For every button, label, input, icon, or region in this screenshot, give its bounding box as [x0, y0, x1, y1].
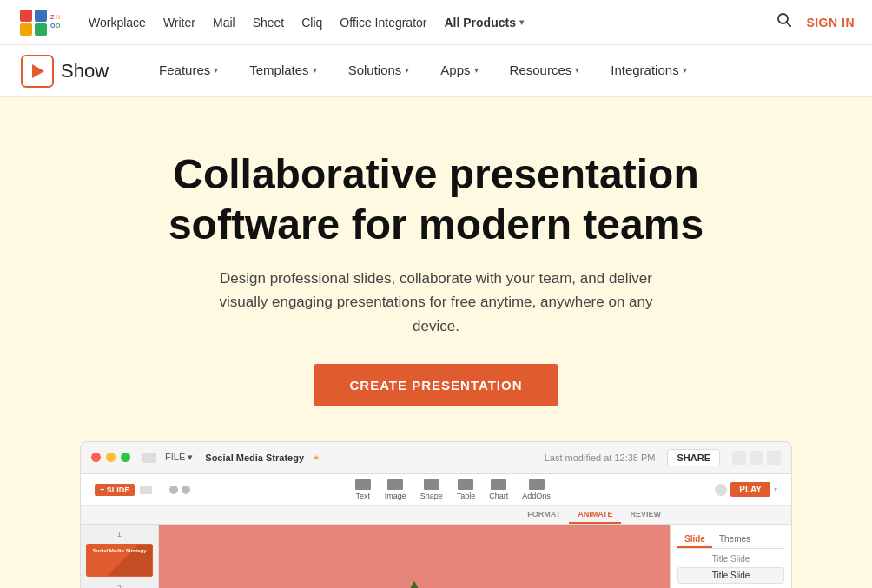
nav-mail[interactable]: Mail — [213, 16, 235, 30]
minimize-window-button[interactable] — [106, 453, 116, 462]
main-slide-canvas[interactable] — [159, 525, 670, 588]
chart-tool[interactable]: Chart — [489, 479, 508, 500]
svg-rect-3 — [20, 23, 32, 36]
hero-section: Collaborative presentation software for … — [0, 97, 872, 588]
app-logo-small-icon — [142, 453, 156, 463]
integrations-chevron-icon: ▾ — [683, 65, 687, 75]
nav-integrations[interactable]: Integrations ▾ — [595, 45, 702, 97]
svg-line-10 — [787, 23, 791, 27]
zoom-icon — [715, 484, 727, 496]
undo-icon[interactable] — [169, 486, 178, 494]
right-panel: Slide Themes Title Slide Title Slide Cha… — [670, 525, 791, 588]
play-dropdown-icon[interactable]: ▾ — [774, 486, 777, 493]
zoho-logo[interactable]: Z O H O — [17, 7, 63, 38]
svg-marker-13 — [390, 581, 439, 588]
all-products-chevron-icon: ▾ — [519, 17, 524, 27]
nav-solutions[interactable]: Solutions ▾ — [333, 45, 426, 97]
svg-rect-2 — [35, 10, 47, 22]
toolbar-icon-2[interactable] — [750, 451, 763, 465]
nav-apps[interactable]: Apps ▾ — [425, 45, 493, 97]
nav-writer[interactable]: Writer — [163, 16, 195, 30]
slides-panel: 1 Social Media Strategy 2 — [81, 525, 159, 588]
hero-subtitle: Design professional slides, collaborate … — [210, 267, 662, 338]
top-nav-links: Workplace Writer Mail Sheet Cliq Office … — [89, 16, 776, 30]
file-name-label: Social Media Strategy — [205, 453, 304, 463]
themes-tab[interactable]: Themes — [712, 532, 757, 548]
shape-tool[interactable]: Shape — [420, 479, 443, 500]
format-tabs-bar: FORMAT ANIMATE REVIEW — [81, 506, 791, 525]
nav-cliq[interactable]: Cliq — [301, 16, 322, 30]
hero-title: Collaborative presentation software for … — [132, 149, 740, 249]
create-presentation-button[interactable]: CREATE PRESENTATION — [314, 364, 557, 406]
slide-1-thumbnail: Social Media Strategy — [87, 545, 152, 577]
nav-sheet[interactable]: Sheet — [253, 16, 285, 30]
show-logo-icon — [21, 55, 54, 88]
sign-in-button[interactable]: SIGN IN — [806, 16, 855, 30]
top-nav-right: SIGN IN — [776, 12, 855, 32]
text-tool[interactable]: Text — [355, 479, 371, 500]
svg-rect-1 — [20, 10, 32, 22]
secondary-nav: Show Features ▾ Templates ▾ Solutions ▾ … — [0, 45, 872, 97]
play-icon — [28, 62, 47, 81]
nav-templates[interactable]: Templates ▾ — [234, 45, 332, 97]
nav-resources[interactable]: Resources ▾ — [494, 45, 596, 97]
app-preview: FILE ▾ Social Media Strategy ★ Last modi… — [80, 441, 792, 588]
slide-1[interactable]: Social Media Strategy — [86, 544, 153, 577]
last-modified-text: Last modified at 12:38 PM — [545, 453, 656, 463]
image-tool[interactable]: Image — [385, 479, 406, 500]
app-body: 1 Social Media Strategy 2 — [81, 525, 791, 588]
animate-tab[interactable]: ANIMATE — [569, 506, 621, 524]
slide-tab[interactable]: Slide — [677, 532, 712, 548]
svg-marker-11 — [32, 64, 44, 78]
format-tab[interactable]: FORMAT — [519, 506, 569, 524]
right-panel-tabs: Slide Themes — [677, 532, 784, 549]
slide-btn[interactable]: + SLIDE — [95, 484, 135, 496]
addons-tool[interactable]: AddOns — [522, 479, 551, 500]
maximize-window-button[interactable] — [121, 453, 130, 462]
resources-chevron-icon: ▾ — [575, 65, 579, 75]
nav-workplace[interactable]: Workplace — [89, 16, 146, 30]
svg-rect-4 — [35, 23, 47, 36]
secondary-nav-links: Features ▾ Templates ▾ Solutions ▾ Apps … — [143, 45, 851, 97]
redo-icon[interactable] — [182, 486, 190, 494]
show-logo-text: Show — [61, 60, 109, 83]
search-icon — [776, 12, 792, 28]
file-star-icon: ★ — [313, 453, 320, 462]
layout-icon — [140, 486, 152, 494]
play-button[interactable]: PLAY — [730, 482, 770, 497]
toolbar-icon-1[interactable] — [732, 451, 746, 465]
toolbar-icon-3[interactable] — [767, 451, 781, 465]
slide-title-label: Title Slide — [677, 554, 784, 564]
file-label: FILE ▾ — [165, 452, 193, 463]
table-tool[interactable]: Table — [457, 479, 476, 500]
app-titlebar: FILE ▾ Social Media Strategy ★ Last modi… — [81, 442, 791, 474]
close-window-button[interactable] — [91, 453, 101, 462]
show-app-logo[interactable]: Show — [21, 55, 109, 88]
features-chevron-icon: ▾ — [214, 65, 218, 75]
review-tab[interactable]: REVIEW — [621, 506, 670, 524]
apps-chevron-icon: ▾ — [474, 65, 479, 75]
svg-text:H: H — [56, 14, 60, 20]
title-slide-box: Title Slide — [677, 567, 784, 584]
app-tools-row: + SLIDE Text Image — [81, 474, 791, 506]
nav-all-products[interactable]: All Products ▾ — [445, 16, 524, 30]
svg-text:O: O — [56, 23, 61, 29]
top-nav: Z O H O Workplace Writer Mail Sheet Cliq… — [0, 0, 872, 45]
svg-text:Z: Z — [50, 14, 55, 20]
search-button[interactable] — [776, 12, 792, 32]
tree-illustration — [380, 577, 449, 588]
templates-chevron-icon: ▾ — [313, 65, 317, 75]
share-button[interactable]: SHARE — [667, 449, 720, 466]
nav-office-integrator[interactable]: Office Integrator — [340, 16, 426, 30]
nav-features[interactable]: Features ▾ — [143, 45, 234, 97]
solutions-chevron-icon: ▾ — [405, 65, 409, 75]
app-window: FILE ▾ Social Media Strategy ★ Last modi… — [80, 441, 792, 588]
